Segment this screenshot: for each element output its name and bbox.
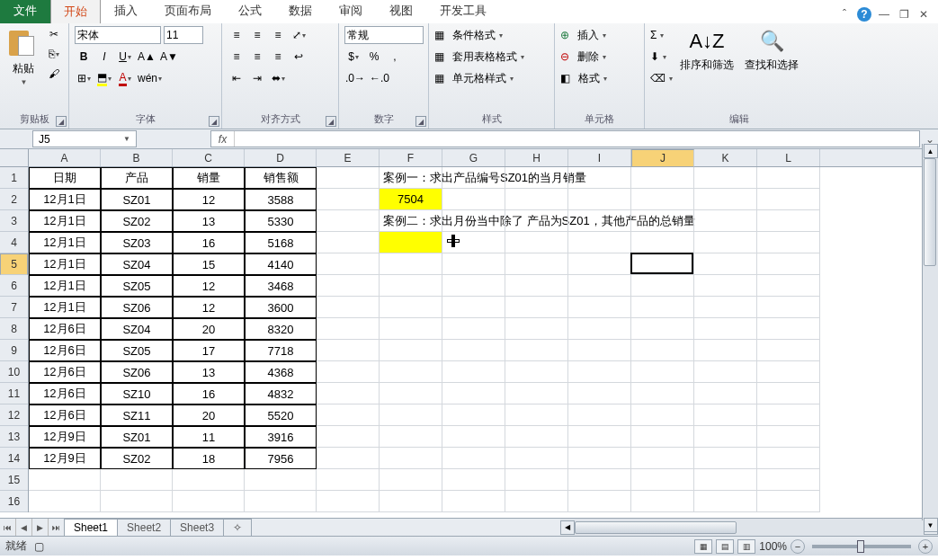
cell-A11[interactable]: 12月6日 [29,383,101,404]
cell-E10[interactable] [317,361,380,383]
name-box[interactable]: J5▼ [32,130,137,147]
align-center-button[interactable]: ≡ [248,48,266,66]
cell-A4[interactable]: 12月1日 [29,232,101,253]
cell-L16[interactable] [757,491,820,512]
cell-L8[interactable] [757,318,820,340]
cell-A7[interactable]: 12月1日 [29,297,101,318]
align-top-button[interactable]: ≡ [228,26,246,44]
cell-E16[interactable] [317,491,380,512]
cell-C16[interactable] [173,491,245,512]
cell-D15[interactable] [245,469,317,491]
cell-J16[interactable] [631,491,694,512]
cell-K13[interactable] [694,426,757,448]
scroll-down-button[interactable]: ▼ [924,518,938,532]
cell-J2[interactable] [631,189,694,210]
fill-color-button[interactable]: ⬒▾ [95,69,113,87]
cell-L12[interactable] [757,404,820,426]
cell-E11[interactable] [317,383,380,404]
cell-B9[interactable]: SZ05 [101,340,173,361]
cell-G9[interactable] [442,340,505,361]
cell-H16[interactable] [505,491,568,512]
cell-J10[interactable] [631,361,694,383]
clear-button[interactable]: ⌫▾ [650,68,673,88]
new-sheet-button[interactable]: ✧ [223,519,252,536]
accounting-button[interactable]: $▾ [344,48,362,66]
cell-H15[interactable] [505,469,568,491]
zoom-slider[interactable] [812,545,911,548]
align-bottom-button[interactable]: ≡ [269,26,287,44]
cell-G12[interactable] [442,404,505,426]
dec-decimal-button[interactable]: ←.0 [369,69,390,87]
cell-L11[interactable] [757,383,820,404]
cell-F14[interactable] [380,448,442,469]
cell-D13[interactable]: 3916 [245,426,317,448]
cell-E4[interactable] [317,232,380,253]
cell-C13[interactable]: 11 [173,426,245,448]
format-as-table-button[interactable]: ▦ 套用表格格式▾ [434,47,524,67]
cell-F4[interactable] [380,232,442,253]
cell-H7[interactable] [505,297,568,318]
cell-D2[interactable]: 3588 [245,189,317,210]
cell-styles-button[interactable]: ▦ 单元格样式▾ [434,68,524,88]
cell-C11[interactable]: 16 [173,383,245,404]
cells-area[interactable]: 日期产品销量销售额案例一：求出产品编号SZ01的当月销量12月1日SZ01123… [29,167,938,512]
col-header-J[interactable]: J [631,149,694,167]
conditional-format-button[interactable]: ▦ 条件格式▾ [434,25,524,45]
row-header-5[interactable]: 5 [0,253,28,275]
row-header-12[interactable]: 12 [0,404,28,426]
indent-dec-button[interactable]: ⇤ [228,69,246,87]
row-header-13[interactable]: 13 [0,426,28,448]
shrink-font-button[interactable]: A▼ [159,48,179,66]
cell-F6[interactable] [380,275,442,297]
font-size-select[interactable] [164,26,203,44]
cell-B13[interactable]: SZ01 [101,426,173,448]
fill-button[interactable]: ⬇▾ [650,47,673,67]
cell-G7[interactable] [442,297,505,318]
cell-E14[interactable] [317,448,380,469]
cell-E1[interactable] [317,167,380,189]
cell-J8[interactable] [631,318,694,340]
cell-D8[interactable]: 8320 [245,318,317,340]
cell-L1[interactable] [757,167,820,189]
cell-J11[interactable] [631,383,694,404]
bold-button[interactable]: B [75,48,93,66]
cell-B7[interactable]: SZ06 [101,297,173,318]
col-header-F[interactable]: F [380,149,442,166]
cell-I5[interactable] [568,253,631,275]
cell-H12[interactable] [505,404,568,426]
autosum-button[interactable]: Σ▾ [650,25,673,45]
cell-J4[interactable] [631,232,694,253]
column-headers[interactable]: ABCDEFGHIJKL [29,149,938,167]
cell-K4[interactable] [694,232,757,253]
row-header-4[interactable]: 4 [0,232,28,253]
row-header-16[interactable]: 16 [0,491,28,512]
cell-I3[interactable] [568,210,631,232]
cell-K16[interactable] [694,491,757,512]
tab-insert[interactable]: 插入 [101,0,151,23]
sheet-tab-3[interactable]: Sheet3 [170,519,224,536]
sheet-nav-prev[interactable]: ◀ [16,519,32,536]
cell-K2[interactable] [694,189,757,210]
format-painter-button[interactable]: 🖌 [45,65,63,83]
insert-cells-button[interactable]: ⊕ 插入▾ [560,25,607,45]
cell-L15[interactable] [757,469,820,491]
col-header-A[interactable]: A [29,149,101,166]
cell-E15[interactable] [317,469,380,491]
cell-J7[interactable] [631,297,694,318]
cell-D1[interactable]: 销售额 [245,167,317,189]
cell-E5[interactable] [317,253,380,275]
cell-E9[interactable] [317,340,380,361]
tab-formulas[interactable]: 公式 [225,0,275,23]
cell-J5[interactable] [631,253,694,275]
italic-button[interactable]: I [95,48,113,66]
cell-K10[interactable] [694,361,757,383]
cell-F15[interactable] [380,469,442,491]
cell-K6[interactable] [694,275,757,297]
cell-J13[interactable] [631,426,694,448]
align-right-button[interactable]: ≡ [269,48,287,66]
cell-G6[interactable] [442,275,505,297]
col-header-K[interactable]: K [694,149,757,166]
cell-A16[interactable] [29,491,101,512]
close-icon[interactable]: ✕ [916,7,931,22]
cell-F8[interactable] [380,318,442,340]
